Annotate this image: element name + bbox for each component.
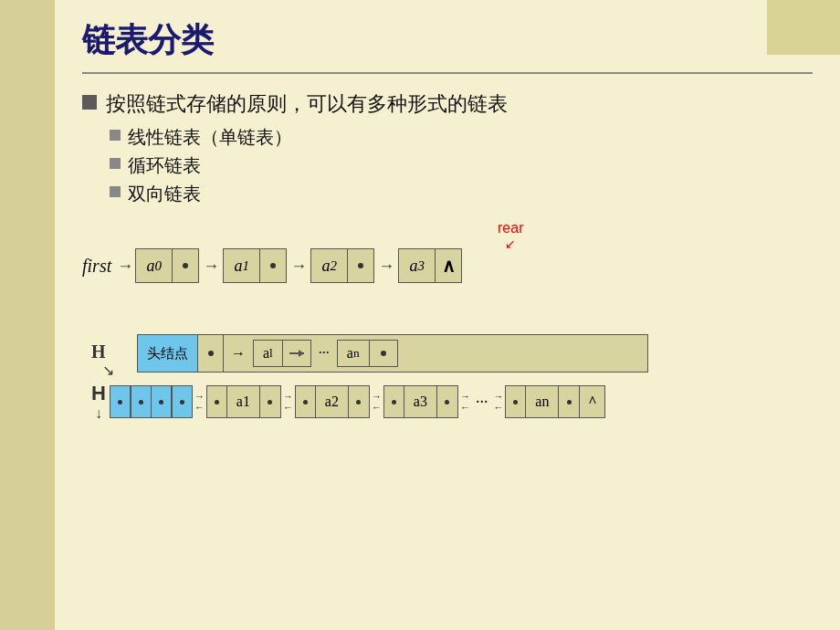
sub-bullet-icon-0 <box>110 130 121 141</box>
node-a2-ptr <box>348 249 373 282</box>
arrow-first: → <box>117 257 133 276</box>
dbl-node-a3: a3 <box>383 385 458 418</box>
left-bar <box>0 0 55 630</box>
page-title: 链表分类 <box>82 18 813 63</box>
dbl-arrow-3: → ← <box>460 391 470 413</box>
circ-al-ptr <box>283 341 310 366</box>
head-ptr <box>198 335 224 372</box>
node-a3-null: ∧ <box>436 249 461 282</box>
main-bullet-icon <box>82 95 97 110</box>
dbl-a3-data: a3 <box>404 386 437 417</box>
arrow-0: → <box>203 257 219 276</box>
head-node-label: 头结点 <box>138 335 198 372</box>
dbl-a2-ptr-l <box>296 386 316 417</box>
diagram1-linear-list: first → a0 → a1 → a2 rear ↙ → <box>82 225 813 307</box>
node-a0-data: a0 <box>136 249 173 282</box>
sub-list: 线性链表（单链表） 循环链表 双向链表 <box>110 125 813 206</box>
arrow-2: → <box>378 257 394 276</box>
first-label: first <box>82 256 111 277</box>
h-label-circ: H <box>91 341 106 362</box>
dbl-node-an: an <box>505 385 580 418</box>
dbl-arrow-2: → ← <box>372 391 382 413</box>
arrow-1: → <box>290 257 307 276</box>
sub-bullet-icon-2 <box>110 186 121 197</box>
circ-an-ptr <box>370 341 397 366</box>
dbl-an-data: an <box>526 386 559 417</box>
dbl-a1-ptr-r <box>260 386 280 417</box>
node-a0-ptr <box>173 249 198 282</box>
sub-bullet-text-0: 线性链表（单链表） <box>128 125 292 150</box>
dbl-a1-ptr-l <box>207 386 227 417</box>
circ-an-data: an <box>338 341 370 366</box>
rear-container: rear ↙ <box>498 220 523 252</box>
main-bullet-text: 按照链式存储的原则，可以有多种形式的链表 <box>106 90 508 118</box>
dbl-head2-ptr-l <box>152 386 172 417</box>
sub-bullet-icon-1 <box>110 158 121 169</box>
dbl-head-left <box>110 385 152 418</box>
dbl-arrow-1: → ← <box>283 391 293 413</box>
bullet-list: 按照链式存储的原则，可以有多种形式的链表 线性链表（单链表） 循环链表 双向链表 <box>82 90 813 206</box>
circ-spacer <box>398 335 647 372</box>
dbl-head-ptr-r <box>131 386 151 417</box>
node-a2: a2 <box>310 248 374 283</box>
title-underline <box>82 72 813 74</box>
dbl-head-right <box>152 385 193 418</box>
sub-bullet-0: 线性链表（单链表） <box>110 125 813 150</box>
dbl-an-ptr-l <box>506 386 526 417</box>
main-bullet-item: 按照链式存储的原则，可以有多种形式的链表 <box>82 90 813 118</box>
rear-label: rear <box>498 220 523 236</box>
sub-bullet-text-2: 双向链表 <box>128 182 201 206</box>
dbl-a1-data: a1 <box>227 386 260 417</box>
dbl-a3-ptr-r <box>437 386 457 417</box>
node-a0: a0 <box>135 248 199 283</box>
circ-wrapper: 头结点 → al ··· an <box>137 334 648 373</box>
node-a1-ptr <box>260 249 286 282</box>
circ-al-data: al <box>254 341 283 366</box>
node-a3-data: a3 <box>399 249 436 282</box>
circ-dots: ··· <box>311 335 337 372</box>
dbl-node-a2: a2 <box>295 385 370 418</box>
dbl-null-symbol: ^ <box>580 385 605 418</box>
diagram2-circular: 头结点 → al ··· an <box>137 334 813 373</box>
dbl-arrow-0: → ← <box>194 391 205 413</box>
h-arrow-circ: ↘ <box>102 362 114 379</box>
sub-bullet-2: 双向链表 <box>110 182 813 206</box>
node-a1-data: a1 <box>224 249 260 282</box>
dbl-a2-data: a2 <box>316 386 349 417</box>
node-a2-data: a2 <box>311 249 348 282</box>
sub-bullet-1: 循环链表 <box>110 153 813 178</box>
dbl-head-ptr-l <box>110 386 131 417</box>
dbl-dots: ··· <box>476 393 488 412</box>
sub-bullet-text-1: 循环链表 <box>128 153 201 178</box>
node-a3: a3 ∧ <box>398 248 462 283</box>
diagram3-doubly: H ↓ → ← a1 → ← <box>91 382 813 422</box>
dbl-node-a1: a1 <box>206 385 281 418</box>
main-content: 链表分类 按照链式存储的原则，可以有多种形式的链表 线性链表（单链表） 循环链表… <box>55 0 840 630</box>
h-label-area: H ↓ <box>91 382 106 422</box>
dbl-arrow-4: → ← <box>493 391 503 413</box>
h-label: H <box>91 382 106 405</box>
circ-arrow-1: → <box>224 335 253 372</box>
dbl-head2-ptr-r <box>172 386 192 417</box>
dbl-a3-ptr-l <box>384 386 404 417</box>
dbl-a2-ptr-r <box>349 386 369 417</box>
circ-node-al: al <box>253 340 311 367</box>
h-arrow-down: ↓ <box>95 405 102 422</box>
circ-node-an: an <box>337 340 398 367</box>
dbl-an-ptr-r <box>559 386 579 417</box>
node-a1: a1 <box>223 248 287 283</box>
